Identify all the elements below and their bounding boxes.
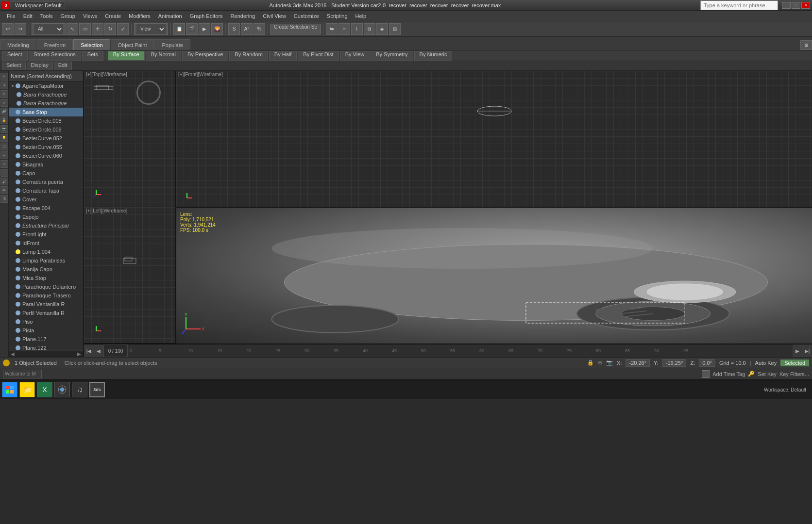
scene-item[interactable]: BezierCircle.008 xyxy=(9,116,83,125)
menu-group[interactable]: Group xyxy=(56,12,79,20)
search-input[interactable] xyxy=(700,0,778,10)
by-numeric-button[interactable]: By Numeric xyxy=(414,51,453,61)
top-viewport[interactable]: [+][Top][Wireframe] xyxy=(84,71,175,207)
material-editor-button[interactable]: ◈ xyxy=(376,23,388,35)
taskbar-chrome-button[interactable] xyxy=(54,382,70,397)
scene-item[interactable]: IdFront xyxy=(9,239,83,247)
strip-bend[interactable]: ⌒ xyxy=(0,169,8,177)
menu-views[interactable]: Views xyxy=(79,12,101,20)
render-frame-button[interactable]: ⊞ xyxy=(389,23,401,35)
scene-item[interactable]: Paral Ventanilla R xyxy=(9,300,83,309)
scene-item[interactable]: FrontLight xyxy=(9,230,83,239)
timeline-forward-button[interactable]: ▶ xyxy=(793,344,802,357)
strip-paint[interactable]: 🖌 xyxy=(0,178,8,185)
schematic-view-button[interactable]: ⧉ xyxy=(364,23,375,35)
layer-manager-button[interactable]: 📋 xyxy=(173,23,185,35)
scene-item[interactable]: Pista xyxy=(9,326,83,335)
scene-item[interactable]: Espejo xyxy=(9,213,83,221)
menu-graph-editors[interactable]: Graph Editors xyxy=(186,12,227,20)
set-key-label[interactable]: Set Key xyxy=(758,371,777,377)
select-tool[interactable]: ↖ xyxy=(67,23,78,35)
tab-object-paint[interactable]: Object Paint xyxy=(111,39,154,50)
scene-item[interactable]: Bisagras xyxy=(9,160,83,169)
scroll-left-arrow[interactable]: ◀ xyxy=(11,351,15,357)
environment-button[interactable]: 🌄 xyxy=(211,23,223,35)
strip-move[interactable]: ✛ xyxy=(0,82,8,89)
scene-item[interactable]: Limpia Parabrisas xyxy=(9,256,83,265)
menu-customize[interactable]: Customize xyxy=(290,12,323,20)
menu-civil-view[interactable]: Civil View xyxy=(259,12,289,20)
workspace-badge[interactable]: Workspace: Default xyxy=(12,1,65,9)
edit-sub-button[interactable]: Edit xyxy=(54,62,72,70)
by-surface-button[interactable]: By Surface xyxy=(108,51,145,61)
scene-item[interactable]: Cerradura Tapa xyxy=(9,186,83,195)
strip-spline[interactable]: ∿ xyxy=(0,160,8,168)
rotate-tool[interactable]: ↻ xyxy=(104,23,116,35)
scene-item[interactable]: Estructura Principal xyxy=(9,221,83,230)
move-tool[interactable]: ✛ xyxy=(92,23,103,35)
strip-camera[interactable]: 📷 xyxy=(0,125,8,133)
display-sub-button[interactable]: Display xyxy=(27,62,53,70)
strip-filter[interactable]: ⚗ xyxy=(0,195,8,203)
main-perspective-viewport[interactable]: Lens: Poly: 1,710,521 Verts: 1,941,214 F… xyxy=(176,208,812,344)
menu-scripting[interactable]: Scripting xyxy=(323,12,352,20)
key-filters-label[interactable]: Key Filters... xyxy=(779,371,809,377)
scroll-right-arrow[interactable]: ▶ xyxy=(77,351,81,357)
timeline-track[interactable]: 0 5 10 15 20 25 30 35 40 45 50 55 60 65 … xyxy=(128,344,793,357)
menu-file[interactable]: File xyxy=(3,12,19,20)
redo-button[interactable]: ↪ xyxy=(15,23,26,35)
mirror-button[interactable]: ⇆ xyxy=(326,23,338,35)
strip-rotate[interactable]: ↻ xyxy=(0,90,8,98)
by-view-button[interactable]: By View xyxy=(340,51,370,61)
strip-unlink[interactable]: 🔓 xyxy=(0,116,8,124)
tab-selection[interactable]: Selection xyxy=(73,39,110,50)
taskbar-start-button[interactable] xyxy=(2,382,17,397)
menu-animation[interactable]: Animation xyxy=(154,12,186,20)
undo-button[interactable]: ↩ xyxy=(2,23,14,35)
render-setup-button[interactable]: 🎬 xyxy=(186,23,198,35)
scene-item[interactable]: Parachoque Trasero xyxy=(9,291,83,300)
scene-item[interactable]: Piso xyxy=(9,317,83,326)
strip-light[interactable]: 💡 xyxy=(0,134,8,142)
align-button[interactable]: ≡ xyxy=(338,23,350,35)
minimize-button[interactable]: _ xyxy=(782,2,791,9)
strip-geo[interactable]: ◻ xyxy=(0,143,8,150)
scene-item[interactable]: Lamp 1.004 xyxy=(9,247,83,256)
scene-item[interactable]: Mica Stop xyxy=(9,274,83,282)
close-button[interactable]: ✕ xyxy=(801,2,810,9)
angle-snap[interactable]: A° xyxy=(241,23,253,35)
menu-edit[interactable]: Edit xyxy=(19,12,36,20)
menu-rendering[interactable]: Rendering xyxy=(227,12,259,20)
add-time-tag-label[interactable]: Add Time Tag xyxy=(712,371,745,377)
scene-item[interactable]: Manija Capo xyxy=(9,265,83,274)
reference-coord-dropdown[interactable]: View xyxy=(134,23,168,35)
sel-select-button[interactable]: Select xyxy=(2,51,28,61)
stored-selections-button[interactable]: Stored Selections xyxy=(29,51,81,61)
expand-arrow-icon[interactable]: ▼ xyxy=(11,84,15,88)
by-symmetry-button[interactable]: By Symmetry xyxy=(371,51,413,61)
strip-scale[interactable]: ⤢ xyxy=(0,99,8,107)
scene-item[interactable]: Cerradura puerta xyxy=(9,178,83,186)
create-selection-button[interactable]: Create Selection Se xyxy=(271,24,321,34)
timeline-back-button[interactable]: ◀ xyxy=(94,344,103,357)
scene-item[interactable]: Perfil Ventanilla R xyxy=(9,309,83,317)
by-pivot-dist-button[interactable]: By Pivot Dist xyxy=(298,51,338,61)
percent-snap[interactable]: % xyxy=(254,23,265,35)
strip-display[interactable]: 👁 xyxy=(0,186,8,194)
strip-helper[interactable]: + xyxy=(0,151,8,159)
reference-coord-select[interactable]: View xyxy=(136,24,166,34)
menu-modifiers[interactable]: Modifiers xyxy=(125,12,154,20)
sets-button[interactable]: Sets xyxy=(82,51,103,61)
scene-item[interactable]: BezierCurve.060 xyxy=(9,151,83,160)
maximize-button[interactable]: □ xyxy=(792,2,800,9)
timeline-end-button[interactable]: ▶| xyxy=(802,344,812,357)
menu-tools[interactable]: Tools xyxy=(36,12,57,20)
select-filter-dropdown[interactable]: All xyxy=(32,23,66,35)
timeline-prev-button[interactable]: |◀ xyxy=(84,344,94,357)
by-random-button[interactable]: By Random xyxy=(229,51,268,61)
scale-tool[interactable]: ⤢ xyxy=(117,23,129,35)
curve-editor-button[interactable]: ⌇ xyxy=(351,23,363,35)
strip-select[interactable]: ↖ xyxy=(0,73,8,81)
scene-item[interactable]: Plane.122 xyxy=(9,344,83,350)
scene-list[interactable]: ▼AgarreTapaMotorBarra ParachoqueBarra Pa… xyxy=(9,82,83,350)
